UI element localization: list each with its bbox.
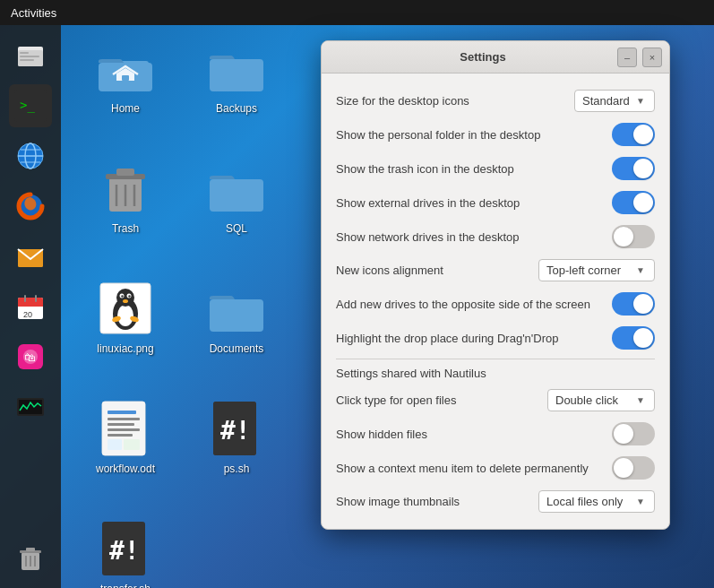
desktop-icon-workflow[interactable]: workflow.odt [72, 393, 179, 509]
settings-dropdown-icons-alignment[interactable]: Top-left corner ▼ [538, 259, 655, 281]
settings-toggle-trash-icon[interactable] [612, 157, 655, 180]
settings-row-context-menu: Show a context menu item to delete perma… [336, 451, 655, 485]
toggle-thumb [614, 227, 633, 246]
settings-label-personal-folder: Show the personal folder in the desktop [336, 128, 540, 142]
settings-toggle-hidden-files[interactable] [612, 422, 655, 445]
dock-icon-monitor[interactable] [9, 385, 52, 428]
settings-toggle-drag-drop[interactable] [612, 326, 655, 350]
section-nautilus-header: Settings shared with Nautilus [336, 359, 655, 384]
settings-row-trash-icon: Show the trash icon in the desktop [336, 151, 655, 186]
svg-rect-3 [20, 56, 39, 57]
svg-point-47 [116, 289, 134, 307]
settings-label-hidden-files: Show hidden files [336, 428, 427, 441]
toggle-thumb [614, 424, 633, 444]
toggle-thumb [633, 294, 653, 314]
svg-point-46 [117, 305, 133, 326]
activities-button[interactable]: Activities [11, 6, 56, 20]
settings-label-opposite-side: Add new drives to the opposite side of t… [336, 298, 590, 311]
svg-rect-18 [18, 304, 43, 307]
settings-label-click-type: Click type for open files [336, 393, 456, 407]
dropdown-arrow-alignment: ▼ [636, 265, 645, 275]
desktop-icon-sql[interactable]: SQL [183, 152, 290, 269]
settings-label-external-drives: Show external drives in the desktop [336, 196, 520, 210]
settings-row-hidden-files: Show hidden files [336, 417, 655, 451]
svg-rect-64 [124, 439, 140, 450]
settings-row-network-drives: Show network drives in the desktop [336, 220, 655, 254]
desktop-icon-workflow-label: workflow.odt [96, 463, 155, 475]
desktop-icon-backups[interactable]: Backups [183, 32, 290, 149]
settings-toggle-personal-folder[interactable] [612, 123, 655, 146]
settings-row-drag-drop: Highlight the drop place during Drag'n'D… [336, 321, 655, 355]
svg-rect-36 [210, 59, 263, 91]
svg-text:>_: >_ [20, 98, 35, 113]
svg-rect-63 [108, 439, 122, 450]
desktop-icon-documents-label: Documents [210, 342, 264, 355]
desktop-icon-linuxiac[interactable]: linuxiac.png [72, 272, 179, 389]
svg-rect-39 [116, 169, 134, 176]
svg-rect-62 [108, 434, 133, 437]
dropdown-arrow-thumbnails: ▼ [636, 497, 645, 506]
svg-text:#!: #! [109, 536, 140, 566]
settings-dropdown-click-type[interactable]: Double click ▼ [547, 389, 655, 411]
settings-dropdown-size[interactable]: Standard ▼ [574, 90, 655, 112]
dock-icon-software[interactable]: 🛍 [9, 335, 52, 378]
settings-label-trash-icon: Show the trash icon in the desktop [336, 162, 514, 176]
dropdown-arrow-click: ▼ [636, 395, 645, 405]
desktop-icon-linuxiac-label: linuxiac.png [97, 342, 153, 355]
settings-label-context-menu: Show a context menu item to delete perma… [336, 462, 589, 475]
svg-rect-4 [20, 59, 34, 61]
desktop-icon-pssh-label: ps.sh [224, 463, 250, 475]
settings-dialog: Settings – × Size for the desktop icons … [321, 40, 670, 530]
settings-toggle-context-menu[interactable] [612, 456, 655, 480]
dock-icon-files[interactable] [9, 34, 52, 77]
svg-text:#!: #! [220, 416, 251, 445]
dialog-minimize-button[interactable]: – [617, 48, 637, 67]
dialog-close-button[interactable]: × [642, 48, 662, 67]
dock-icon-firefox[interactable] [9, 185, 52, 228]
dialog-title: Settings [348, 50, 617, 64]
settings-label-thumbnails: Show image thumbnails [336, 495, 460, 508]
settings-toggle-opposite-side[interactable] [612, 292, 655, 316]
settings-row-personal-folder: Show the personal folder in the desktop [336, 117, 655, 151]
toggle-thumb [633, 125, 653, 144]
svg-rect-2 [20, 52, 29, 54]
settings-dropdown-thumbnails[interactable]: Local files only ▼ [538, 490, 655, 513]
desktop-icons-area: Home Backups [72, 32, 290, 588]
dock-icon-browser[interactable] [9, 134, 52, 177]
desktop-icon-pssh[interactable]: #! ps.sh [183, 393, 290, 509]
svg-rect-60 [108, 423, 134, 426]
settings-row-external-drives: Show external drives in the desktop [336, 186, 655, 220]
svg-point-52 [123, 299, 128, 303]
dock-icon-email[interactable] [9, 235, 52, 278]
svg-rect-55 [210, 299, 263, 332]
svg-rect-61 [108, 428, 140, 431]
settings-label-network-drives: Show network drives in the desktop [336, 230, 520, 244]
desktop-icon-backups-label: Backups [216, 102, 257, 115]
desktop-icon-home-label: Home [111, 102, 140, 115]
svg-rect-29 [26, 548, 35, 551]
svg-text:20: 20 [23, 310, 32, 319]
desktop-icon-home[interactable]: Home [72, 32, 179, 149]
settings-toggle-external-drives[interactable] [612, 191, 655, 214]
desktop-icon-trash-label: Trash [112, 222, 139, 235]
settings-label-size: Size for the desktop icons [336, 94, 469, 108]
svg-rect-58 [108, 411, 136, 414]
desktop-icon-transfer[interactable]: #! transfer.sh [72, 513, 179, 588]
dialog-body: Size for the desktop icons Standard ▼ Sh… [322, 74, 669, 529]
svg-point-50 [121, 295, 123, 297]
desktop: Activities >_ [0, 0, 714, 588]
toggle-thumb [614, 458, 633, 478]
settings-toggle-network-drives[interactable] [612, 225, 655, 248]
svg-rect-35 [122, 75, 129, 81]
settings-label-drag-drop: Highlight the drop place during Drag'n'D… [336, 332, 559, 345]
svg-text:🛍: 🛍 [24, 350, 36, 364]
toggle-thumb [633, 159, 653, 178]
toggle-thumb [633, 328, 653, 348]
dock-icon-trash[interactable] [9, 536, 52, 579]
svg-point-51 [128, 295, 130, 297]
settings-row-thumbnails: Show image thumbnails Local files only ▼ [336, 485, 655, 518]
desktop-icon-documents[interactable]: Documents [183, 272, 290, 389]
dock-icon-terminal[interactable]: >_ [9, 84, 52, 127]
dock-icon-calendar[interactable]: 20 [9, 285, 52, 328]
desktop-icon-trash[interactable]: Trash [72, 152, 179, 269]
